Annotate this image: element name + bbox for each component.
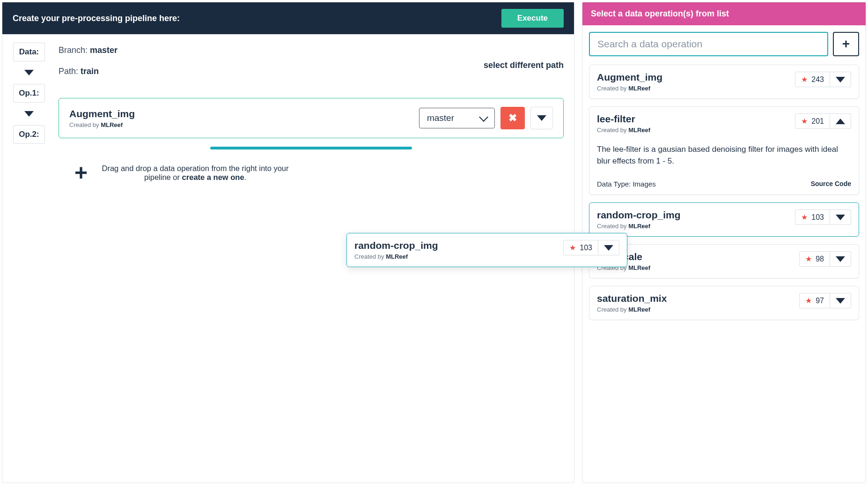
star-icon: ★ [805, 254, 812, 263]
expand-card-button[interactable] [830, 72, 851, 87]
expand-card-button[interactable] [830, 209, 851, 225]
triangle-down-icon [604, 245, 613, 251]
triangle-down-icon [836, 256, 845, 262]
step-op1[interactable]: Op.1: [13, 84, 45, 103]
branch-line: Branch: master [59, 45, 118, 55]
star-icon: ★ [569, 243, 576, 252]
star-count[interactable]: ★243 [795, 72, 830, 87]
operations-list: Augment_imgCreated by MLReef★243lee-filt… [589, 65, 859, 320]
operation-created: Created by MLReef [597, 223, 681, 230]
expand-card-button[interactable] [830, 251, 851, 267]
star-icon: ★ [801, 117, 808, 126]
pipeline-header: Create your pre-processing pipeline here… [2, 2, 574, 34]
operation-footer: Data Type: ImagesSource Code [597, 180, 851, 188]
arrow-down-icon [24, 111, 34, 117]
star-count[interactable]: ★97 [799, 293, 830, 308]
pipeline-content: Branch: master Path: train select differ… [59, 43, 564, 184]
operation-description: The lee-filter is a gausian based denois… [597, 144, 851, 167]
step-data[interactable]: Data: [13, 43, 45, 61]
branch-dropdown[interactable]: master [419, 108, 495, 128]
star-icon: ★ [805, 296, 812, 305]
operation-created: Created by MLReef [597, 306, 667, 313]
data-type-label: Data Type: Images [597, 180, 656, 188]
expand-op-button[interactable] [530, 107, 553, 129]
steps-column: Data: Op.1: Op.2: [13, 43, 45, 184]
plus-icon: + [74, 162, 88, 184]
operation-card[interactable]: greyscaleCreated by MLReef★98 [589, 244, 859, 278]
operation-card[interactable]: saturation_mixCreated by MLReef★97 [589, 286, 859, 320]
triangle-down-icon [836, 77, 845, 82]
chevron-down-icon [479, 112, 488, 122]
triangle-up-icon [836, 119, 845, 124]
pipeline-op-created: Created by MLReef [69, 121, 135, 128]
star-count[interactable]: ★103 [795, 209, 830, 225]
add-operation-button[interactable]: + [833, 32, 859, 56]
operation-title: random-crop_img [597, 209, 681, 221]
divider-bar [210, 147, 412, 149]
triangle-down-icon [537, 115, 546, 121]
remove-op-button[interactable]: ✖ [500, 107, 525, 129]
operation-title: Augment_img [597, 72, 662, 83]
operation-card[interactable]: lee-filterCreated by MLReef★201The lee-f… [589, 106, 859, 195]
pipeline-title: Create your pre-processing pipeline here… [13, 14, 180, 23]
operation-title: saturation_mix [597, 293, 667, 304]
step-op2[interactable]: Op.2: [13, 125, 45, 144]
path-line: Path: train [59, 67, 118, 76]
dragged-title: random-crop_img [354, 240, 438, 251]
triangle-down-icon [836, 215, 845, 220]
drop-area[interactable]: + Drag and drop a data operation from th… [74, 162, 564, 184]
operation-card[interactable]: random-crop_imgCreated by MLReef★103 [589, 202, 859, 237]
arrow-down-icon [24, 70, 34, 75]
operation-created: Created by MLReef [597, 127, 650, 134]
select-different-path-link[interactable]: select different path [484, 60, 564, 70]
pipeline-op-card[interactable]: Augment_img Created by MLReef master ✖ [59, 98, 564, 138]
star-icon: ★ [801, 213, 808, 222]
triangle-down-icon [836, 298, 845, 304]
dragged-created: Created by MLReef [354, 253, 438, 260]
drop-text: Drag and drop a data operation from the … [102, 164, 289, 182]
star-icon: ★ [801, 75, 808, 84]
operation-card[interactable]: Augment_imgCreated by MLReef★243 [589, 65, 859, 99]
pipeline-op-title: Augment_img [69, 108, 135, 119]
execute-button[interactable]: Execute [501, 9, 564, 28]
search-input[interactable] [589, 32, 828, 56]
star-count[interactable]: ★201 [795, 113, 830, 129]
source-code-link[interactable]: Source Code [811, 180, 851, 188]
operation-title: lee-filter [597, 113, 650, 125]
star-count[interactable]: ★98 [799, 251, 830, 267]
star-count[interactable]: ★ 103 [563, 240, 598, 255]
expand-card-button[interactable] [830, 113, 851, 129]
operation-created: Created by MLReef [597, 85, 662, 92]
dragged-operation-card[interactable]: random-crop_img Created by MLReef ★ 103 [346, 233, 627, 267]
expand-card-button[interactable] [830, 293, 851, 308]
expand-card-button[interactable] [598, 240, 619, 255]
operations-header: Select a data operation(s) from list [582, 2, 866, 25]
